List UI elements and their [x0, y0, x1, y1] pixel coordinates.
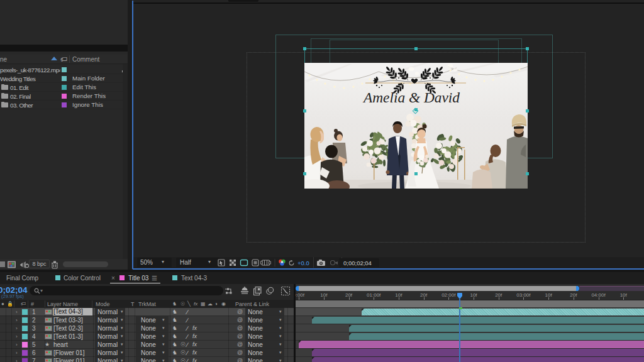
svg-text:Amelia & David: Amelia & David — [362, 90, 460, 106]
